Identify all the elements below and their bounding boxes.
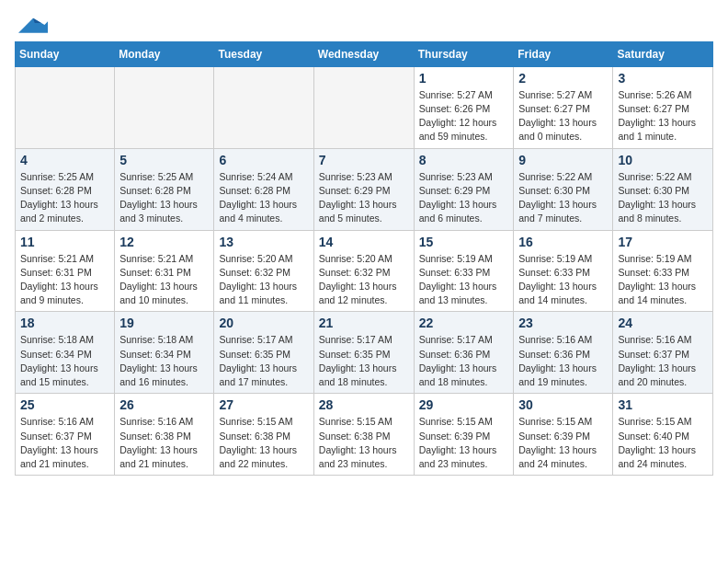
calendar-cell: 22Sunrise: 5:17 AMSunset: 6:36 PMDayligh… [414,312,514,394]
day-number: 18 [20,316,109,330]
day-info: Sunrise: 5:15 AMSunset: 6:38 PMDaylight:… [319,415,409,471]
day-number: 16 [518,235,608,249]
day-info: Sunrise: 5:18 AMSunset: 6:34 PMDaylight:… [20,333,109,389]
day-info: Sunrise: 5:20 AMSunset: 6:32 PMDaylight:… [219,252,308,308]
calendar-row: 4Sunrise: 5:25 AMSunset: 6:28 PMDaylight… [16,148,713,230]
logo-icon [18,15,48,33]
weekday-header: Sunday [16,41,115,66]
day-info: Sunrise: 5:25 AMSunset: 6:28 PMDaylight:… [119,170,209,226]
weekday-header: Saturday [613,41,713,66]
day-number: 13 [219,235,308,249]
day-number: 8 [419,153,509,167]
calendar-cell: 13Sunrise: 5:20 AMSunset: 6:32 PMDayligh… [214,230,313,312]
calendar-cell: 11Sunrise: 5:21 AMSunset: 6:31 PMDayligh… [16,230,115,312]
day-info: Sunrise: 5:21 AMSunset: 6:31 PMDaylight:… [119,252,209,308]
day-info: Sunrise: 5:27 AMSunset: 6:26 PMDaylight:… [419,88,509,144]
day-info: Sunrise: 5:16 AMSunset: 6:36 PMDaylight:… [518,333,608,389]
calendar-cell: 10Sunrise: 5:22 AMSunset: 6:30 PMDayligh… [613,148,713,230]
day-number: 9 [518,153,608,167]
calendar-header-row: SundayMondayTuesdayWednesdayThursdayFrid… [16,41,713,66]
calendar-cell: 20Sunrise: 5:17 AMSunset: 6:35 PMDayligh… [214,312,313,394]
day-number: 20 [219,316,308,330]
calendar-cell: 30Sunrise: 5:15 AMSunset: 6:39 PMDayligh… [514,394,613,476]
calendar-cell: 31Sunrise: 5:15 AMSunset: 6:40 PMDayligh… [613,394,713,476]
day-info: Sunrise: 5:16 AMSunset: 6:37 PMDaylight:… [20,415,109,471]
calendar-table: SundayMondayTuesdayWednesdayThursdayFrid… [15,41,713,476]
calendar-cell: 2Sunrise: 5:27 AMSunset: 6:27 PMDaylight… [514,66,613,148]
day-info: Sunrise: 5:20 AMSunset: 6:32 PMDaylight:… [319,252,409,308]
calendar-cell [115,66,214,148]
day-info: Sunrise: 5:15 AMSunset: 6:40 PMDaylight:… [618,415,708,471]
weekday-header: Thursday [414,41,514,66]
day-info: Sunrise: 5:25 AMSunset: 6:28 PMDaylight:… [20,170,109,226]
calendar-cell: 6Sunrise: 5:24 AMSunset: 6:28 PMDaylight… [214,148,313,230]
calendar-cell: 5Sunrise: 5:25 AMSunset: 6:28 PMDaylight… [115,148,214,230]
day-info: Sunrise: 5:17 AMSunset: 6:36 PMDaylight:… [419,333,509,389]
day-number: 3 [618,71,708,86]
calendar-cell [313,66,414,148]
calendar-cell: 28Sunrise: 5:15 AMSunset: 6:38 PMDayligh… [313,394,414,476]
day-number: 5 [119,153,209,167]
calendar-cell: 18Sunrise: 5:18 AMSunset: 6:34 PMDayligh… [16,312,115,394]
weekday-header: Wednesday [313,41,414,66]
calendar-row: 1Sunrise: 5:27 AMSunset: 6:26 PMDaylight… [16,66,713,148]
day-number: 22 [419,316,509,330]
calendar-cell: 29Sunrise: 5:15 AMSunset: 6:39 PMDayligh… [414,394,514,476]
calendar-cell: 27Sunrise: 5:15 AMSunset: 6:38 PMDayligh… [214,394,313,476]
calendar-row: 11Sunrise: 5:21 AMSunset: 6:31 PMDayligh… [16,230,713,312]
weekday-header: Monday [115,41,214,66]
calendar-cell: 21Sunrise: 5:17 AMSunset: 6:35 PMDayligh… [313,312,414,394]
day-number: 12 [119,235,209,249]
calendar-cell [16,66,115,148]
day-info: Sunrise: 5:21 AMSunset: 6:31 PMDaylight:… [20,252,109,308]
day-number: 21 [319,316,409,330]
day-number: 26 [119,397,209,412]
day-info: Sunrise: 5:19 AMSunset: 6:33 PMDaylight:… [618,252,708,308]
day-info: Sunrise: 5:27 AMSunset: 6:27 PMDaylight:… [518,88,608,144]
day-number: 10 [618,153,708,167]
day-info: Sunrise: 5:17 AMSunset: 6:35 PMDaylight:… [319,333,409,389]
calendar-cell: 17Sunrise: 5:19 AMSunset: 6:33 PMDayligh… [613,230,713,312]
day-info: Sunrise: 5:23 AMSunset: 6:29 PMDaylight:… [419,170,509,226]
day-number: 15 [419,235,509,249]
calendar-cell: 15Sunrise: 5:19 AMSunset: 6:33 PMDayligh… [414,230,514,312]
calendar-cell: 7Sunrise: 5:23 AMSunset: 6:29 PMDaylight… [313,148,414,230]
calendar-cell: 8Sunrise: 5:23 AMSunset: 6:29 PMDaylight… [414,148,514,230]
day-info: Sunrise: 5:19 AMSunset: 6:33 PMDaylight:… [419,252,509,308]
day-number: 29 [419,397,509,412]
calendar-row: 18Sunrise: 5:18 AMSunset: 6:34 PMDayligh… [16,312,713,394]
day-info: Sunrise: 5:16 AMSunset: 6:38 PMDaylight:… [119,415,209,471]
calendar-cell: 9Sunrise: 5:22 AMSunset: 6:30 PMDaylight… [514,148,613,230]
day-number: 23 [518,316,608,330]
calendar-cell: 3Sunrise: 5:26 AMSunset: 6:27 PMDaylight… [613,66,713,148]
day-number: 2 [518,71,608,86]
day-number: 30 [518,397,608,412]
day-info: Sunrise: 5:17 AMSunset: 6:35 PMDaylight:… [219,333,308,389]
day-number: 27 [219,397,308,412]
day-number: 24 [618,316,708,330]
day-number: 4 [20,153,109,167]
svg-marker-0 [18,18,48,33]
day-number: 11 [20,235,109,249]
day-info: Sunrise: 5:15 AMSunset: 6:39 PMDaylight:… [419,415,509,471]
day-number: 14 [319,235,409,249]
day-info: Sunrise: 5:16 AMSunset: 6:37 PMDaylight:… [618,333,708,389]
calendar-cell [214,66,313,148]
calendar-cell: 19Sunrise: 5:18 AMSunset: 6:34 PMDayligh… [115,312,214,394]
day-info: Sunrise: 5:15 AMSunset: 6:39 PMDaylight:… [518,415,608,471]
logo-text [15,15,48,38]
day-number: 17 [618,235,708,249]
calendar-row: 25Sunrise: 5:16 AMSunset: 6:37 PMDayligh… [16,394,713,476]
calendar-cell: 26Sunrise: 5:16 AMSunset: 6:38 PMDayligh… [115,394,214,476]
day-info: Sunrise: 5:26 AMSunset: 6:27 PMDaylight:… [618,88,708,144]
calendar-cell: 14Sunrise: 5:20 AMSunset: 6:32 PMDayligh… [313,230,414,312]
day-number: 1 [419,71,509,86]
calendar-cell: 24Sunrise: 5:16 AMSunset: 6:37 PMDayligh… [613,312,713,394]
day-number: 25 [20,397,109,412]
calendar-cell: 1Sunrise: 5:27 AMSunset: 6:26 PMDaylight… [414,66,514,148]
day-info: Sunrise: 5:19 AMSunset: 6:33 PMDaylight:… [518,252,608,308]
day-info: Sunrise: 5:18 AMSunset: 6:34 PMDaylight:… [119,333,209,389]
day-info: Sunrise: 5:24 AMSunset: 6:28 PMDaylight:… [219,170,308,226]
day-info: Sunrise: 5:22 AMSunset: 6:30 PMDaylight:… [518,170,608,226]
day-info: Sunrise: 5:15 AMSunset: 6:38 PMDaylight:… [219,415,308,471]
